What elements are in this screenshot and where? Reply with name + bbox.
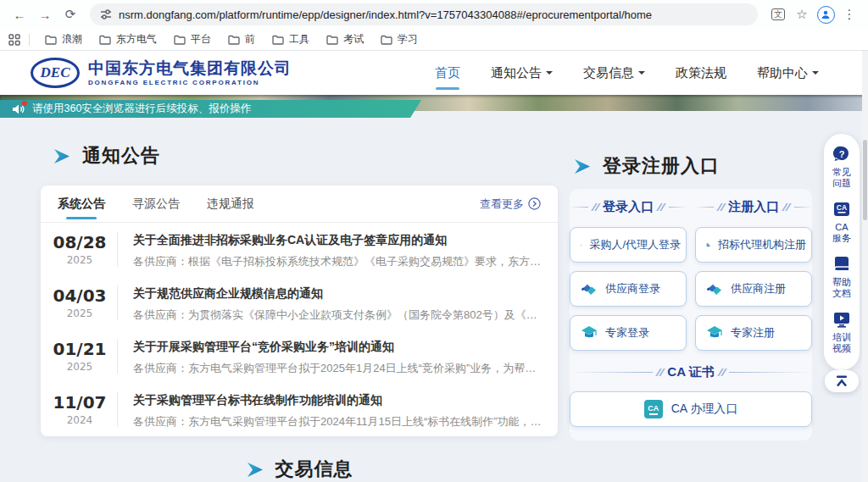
purchaser-agent-login-button[interactable]: 采购人/代理人登录 <box>570 227 687 263</box>
nav-label: 政策法规 <box>676 65 726 81</box>
section-title: 登录注册入口 <box>603 153 720 179</box>
nav-policies[interactable]: 政策法规 <box>676 51 726 95</box>
bookmark-star-icon[interactable]: ☆ <box>792 4 812 25</box>
bookmark-folder-gongju[interactable]: 工具 <box>265 30 316 48</box>
scrollbar-thumb[interactable] <box>863 140 867 220</box>
building-icon <box>706 237 710 253</box>
bookmark-folder-pingtai[interactable]: 平台 <box>167 30 218 48</box>
ca-service-button[interactable]: CA CA服务 <box>832 200 852 244</box>
float-item-label: 常见问题 <box>832 167 852 189</box>
page-scrollbar[interactable] <box>862 51 868 482</box>
bookmark-folder-langchao[interactable]: 浪潮 <box>38 30 89 48</box>
notice-list-item[interactable]: 11/07 2024 关于采购管理平台标书在线制作功能培训的通知 各供应商：东方… <box>41 383 558 436</box>
notice-date: 01/21 2025 <box>53 336 107 376</box>
tab-system-notices[interactable]: 系统公告 <box>58 186 105 222</box>
notice-card: 系统公告 寻源公告 违规通报 查看更多 08/28 2025 <box>41 186 558 436</box>
back-to-top-icon <box>834 374 849 388</box>
button-label: 供应商登录 <box>605 281 660 296</box>
date-mmdd: 04/03 <box>53 285 107 306</box>
graduation-cap-icon <box>581 325 598 341</box>
ca-badge-text: CA <box>648 404 659 413</box>
entry-section: 登录注册入口 登录入口 注册入口 <box>570 111 812 482</box>
translate-icon[interactable]: 文 <box>768 4 788 25</box>
bidding-agency-register-button[interactable]: 招标代理机构注册 <box>695 227 812 263</box>
folder-icon <box>272 35 284 45</box>
button-label: 专家注册 <box>731 325 775 341</box>
expert-register-button[interactable]: 专家注册 <box>695 315 812 351</box>
entry-group-heads: 登录入口 注册入口 <box>570 199 812 215</box>
address-bar[interactable]: nsrm.dongfang.com/platform/runtime/epp/d… <box>90 3 758 25</box>
notice-list-item[interactable]: 08/28 2025 关于全面推进非招标采购业务CA认证及电子签章应用的通知 各… <box>41 223 558 276</box>
trade-section-head: 交易信息 <box>41 457 558 482</box>
back-icon[interactable]: ← <box>8 3 31 25</box>
graduation-cap-icon <box>706 325 723 341</box>
decor-slashes <box>720 368 725 376</box>
ca-group-head: CA 证书 <box>570 364 812 380</box>
site-settings-icon[interactable] <box>100 8 112 20</box>
url-text[interactable]: nsrm.dongfang.com/platform/runtime/epp/d… <box>119 8 652 21</box>
notices-section-head: 通知公告 <box>53 143 558 169</box>
bookmark-folder-dongfang[interactable]: 东方电气 <box>92 30 164 48</box>
tab-sourcing-notices[interactable]: 寻源公告 <box>132 186 180 222</box>
bookmark-label: 平台 <box>191 32 211 47</box>
button-label: 专家登录 <box>605 325 649 341</box>
decor-slashes <box>593 203 598 211</box>
help-docs-button[interactable]: 帮助文档 <box>832 255 852 299</box>
notice-title[interactable]: 关于全面推进非招标采购业务CA认证及电子签章应用的通知 <box>133 233 542 248</box>
divider <box>570 372 653 373</box>
section-arrow-icon <box>246 463 264 477</box>
nav-trade-info[interactable]: 交易信息 <box>583 51 645 95</box>
nav-home[interactable]: 首页 <box>435 51 460 95</box>
supplier-register-button[interactable]: 供应商注册 <box>695 271 812 307</box>
browser-menu-icon[interactable]: ⋮ <box>839 4 860 25</box>
entry-panel: 登录入口 注册入口 <box>570 189 812 440</box>
notice-tabs: 系统公告 寻源公告 违规通报 查看更多 <box>41 186 558 223</box>
supplier-login-button[interactable]: 供应商登录 <box>570 271 687 307</box>
back-to-top-button[interactable] <box>825 370 859 392</box>
site-header: DEC 中国东方电气集团有限公司 DONGFANG ELECTRIC CORPO… <box>0 51 868 95</box>
company-name-cn: 中国东方电气集团有限公司 <box>88 59 292 78</box>
notice-list-item[interactable]: 01/21 2025 关于开展采购管理平台“竞价采购业务”培训的通知 各供应商：… <box>41 330 558 383</box>
tab-violation-reports[interactable]: 违规通报 <box>207 186 254 222</box>
notice-title[interactable]: 关于规范供应商企业规模信息的通知 <box>133 286 542 302</box>
company-logo[interactable]: DEC 中国东方电气集团有限公司 DONGFANG ELECTRIC CORPO… <box>31 58 292 88</box>
float-item-label: CA服务 <box>832 222 852 244</box>
folder-icon <box>228 35 240 45</box>
notice-title[interactable]: 关于开展采购管理平台“竞价采购业务”培训的通知 <box>133 340 542 355</box>
bookmark-label: 浪潮 <box>62 32 82 47</box>
tab-groups-icon[interactable] <box>8 34 20 46</box>
folder-icon <box>99 35 111 45</box>
expert-login-button[interactable]: 专家登录 <box>570 315 687 351</box>
ca-entry-button[interactable]: CA CA 办理入口 <box>570 391 812 427</box>
forward-icon[interactable]: → <box>34 3 56 25</box>
browser-toolbar: ← → ⟳ nsrm.dongfang.com/platform/runtime… <box>0 0 868 29</box>
nav-label: 帮助中心 <box>757 65 808 81</box>
active-underline <box>436 87 459 90</box>
notice-list-item[interactable]: 04/03 2025 关于规范供应商企业规模信息的通知 各供应商：为贯彻落实《保… <box>41 276 558 330</box>
bookmark-folder-xuexi[interactable]: 学习 <box>374 30 425 48</box>
notice-ticker[interactable]: 请使用360安全浏览器进行后续投标、报价操作 <box>0 100 421 118</box>
nav-label: 首页 <box>435 65 460 81</box>
divider <box>729 372 812 373</box>
notice-title[interactable]: 关于采购管理平台标书在线制作功能培训的通知 <box>133 393 542 408</box>
bookmark-folder-kaoshi[interactable]: 考试 <box>320 30 370 48</box>
nav-notices[interactable]: 通知公告 <box>491 51 553 95</box>
reload-icon[interactable]: ⟳ <box>59 3 81 25</box>
nav-label: 交易信息 <box>583 65 634 81</box>
view-more-link[interactable]: 查看更多 <box>480 197 541 212</box>
float-item-label: 培训视频 <box>832 332 852 354</box>
nav-help-center[interactable]: 帮助中心 <box>757 51 819 95</box>
bookmark-label: 前 <box>245 32 255 47</box>
decor-slashes <box>784 203 789 211</box>
chevron-down-icon <box>638 71 645 78</box>
bookmark-folder-qian[interactable]: 前 <box>221 30 262 48</box>
date-mmdd: 08/28 <box>53 232 107 252</box>
profile-avatar[interactable] <box>815 4 836 25</box>
content-columns: 通知公告 系统公告 寻源公告 违规通报 查看更多 <box>0 111 868 482</box>
divider <box>29 34 30 46</box>
ca-card-icon: CA <box>832 200 851 219</box>
nav-label: 通知公告 <box>491 65 542 81</box>
register-group-head: 注册入口 <box>695 199 812 215</box>
faq-button[interactable]: ? 常见问题 <box>832 145 852 189</box>
training-videos-button[interactable]: 培训视频 <box>832 310 852 354</box>
